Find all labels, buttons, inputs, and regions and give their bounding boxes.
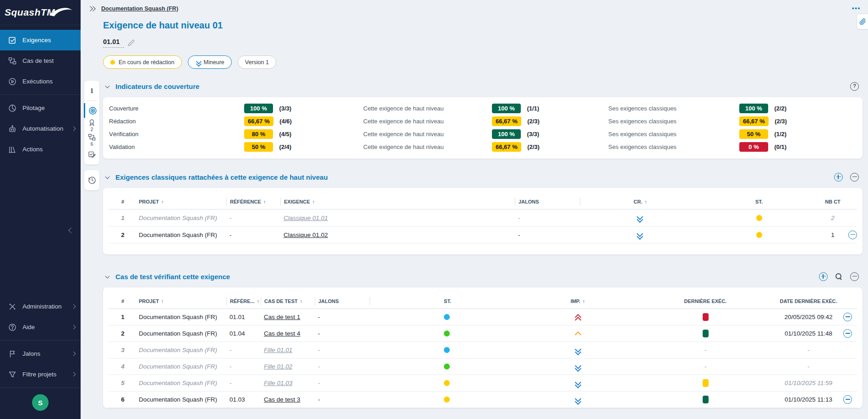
- detach-row-button[interactable]: [848, 231, 857, 239]
- search-icon[interactable]: [835, 273, 843, 281]
- review-anchor-button[interactable]: [84, 147, 99, 162]
- test-case-link[interactable]: Cas de test 3: [264, 396, 300, 403]
- detach-test-case-button[interactable]: [850, 272, 859, 281]
- app-logo[interactable]: SquashTM: [0, 0, 81, 25]
- column-header-status[interactable]: ST.: [699, 199, 819, 204]
- collapse-section-icon[interactable]: [105, 83, 110, 88]
- criticality-badge[interactable]: Mineure: [188, 55, 232, 69]
- column-header-reference[interactable]: RÉFÉRE...: [226, 297, 261, 305]
- sidebar-item-cas-de-test[interactable]: Cas de test: [0, 50, 81, 71]
- column-header-criticality[interactable]: CR.: [580, 198, 699, 206]
- status-badge[interactable]: En cours de rédaction: [103, 55, 182, 69]
- sidebar-item-label: Exigences: [22, 37, 51, 44]
- test-case-link[interactable]: Fille 01.03: [264, 380, 292, 386]
- milestones-cell: -: [515, 232, 580, 238]
- test-case-row[interactable]: 2 Documentation Squash (FR) 01.04 Cas de…: [109, 325, 857, 342]
- expand-tree-button[interactable]: [88, 7, 94, 11]
- more-actions-button[interactable]: ⋯: [852, 6, 861, 11]
- requirement-row[interactable]: 1 Documentation Squash (FR) - Classique …: [109, 210, 857, 226]
- test-case-row[interactable]: 4 Documentation Squash (FR) - Fille 01.0…: [109, 358, 857, 375]
- coverage-anchor-button[interactable]: [84, 103, 100, 118]
- rail-divider: [87, 100, 97, 101]
- column-header-status[interactable]: ST.: [370, 297, 524, 305]
- paperclip-icon: [859, 18, 866, 25]
- test-cases-icon: [8, 56, 17, 66]
- requirement-link[interactable]: Classique 01.01: [284, 215, 328, 221]
- sidebar-item-filtre-projets[interactable]: Filtre projets: [0, 364, 81, 385]
- collapse-section-icon[interactable]: [105, 174, 110, 179]
- column-header-num[interactable]: #: [109, 199, 137, 204]
- history-anchor-button[interactable]: [84, 173, 99, 187]
- column-header-last-exec[interactable]: DERNIÈRE EXÉC.: [632, 298, 779, 304]
- edit-reference-icon[interactable]: [128, 39, 135, 46]
- requirement-link[interactable]: Classique 01.02: [284, 232, 328, 238]
- column-header-requirement[interactable]: EXIGENCE: [280, 198, 515, 206]
- sidebar-item-pilotage[interactable]: Pilotage: [0, 98, 81, 118]
- section-title[interactable]: Exigences classiques rattachées à cette …: [115, 173, 328, 181]
- attach-test-case-button[interactable]: [819, 272, 828, 281]
- column-header-nbct[interactable]: NB CT: [819, 199, 846, 204]
- coverage-percent-badge: 66,67 %: [739, 116, 769, 126]
- milestones-cell: -: [315, 330, 370, 337]
- version-badge[interactable]: Version 1: [238, 55, 276, 69]
- test-case-row[interactable]: 3 Documentation Squash (FR) - Fille 01.0…: [109, 342, 857, 358]
- linked-requirements-section: Exigences classiques rattachées à cette …: [103, 171, 863, 254]
- versions-anchor-button[interactable]: 2: [84, 118, 99, 132]
- row-number: 5: [109, 380, 137, 386]
- column-header-milestones[interactable]: JALONS: [515, 198, 580, 206]
- detach-requirement-button[interactable]: [850, 173, 859, 182]
- test-case-row[interactable]: 1 Documentation Squash (FR) 01.01 Cas de…: [109, 309, 857, 325]
- sidebar-item-jalons[interactable]: Jalons: [0, 343, 81, 364]
- section-title[interactable]: Cas de test vérifiant cette exigence: [115, 273, 230, 281]
- sidebar-item-executions[interactable]: Exécutions: [0, 71, 81, 92]
- test-case-link[interactable]: Cas de test 1: [264, 314, 300, 320]
- section-title[interactable]: Indicateurs de couverture: [115, 83, 199, 90]
- test-case-link[interactable]: Fille 01.02: [264, 363, 292, 370]
- test-case-row[interactable]: 6 Documentation Squash (FR) 01.03 Cas de…: [109, 391, 857, 408]
- column-header-last-exec-date[interactable]: DATE DERNIÈRE EXÉC.: [779, 298, 838, 304]
- column-header-reference[interactable]: RÉFÉRENCE: [226, 198, 280, 206]
- sidebar-item-label: Administration: [22, 303, 62, 310]
- test-cases-anchor-button[interactable]: 6: [84, 132, 99, 147]
- detach-row-button[interactable]: [843, 395, 852, 404]
- attach-requirement-button[interactable]: [834, 173, 843, 182]
- detach-row-button[interactable]: [843, 329, 852, 338]
- coverage-percent-badge: 100 %: [244, 104, 273, 113]
- breadcrumb[interactable]: Documentation Squash (FR): [101, 6, 178, 12]
- sidebar-collapse-button[interactable]: [0, 160, 81, 232]
- reference-cell: -: [226, 347, 261, 353]
- attachments-panel-button[interactable]: [857, 14, 868, 29]
- target-icon: [88, 106, 97, 115]
- criticality-badge-label: Mineure: [204, 59, 224, 66]
- user-avatar[interactable]: S: [32, 394, 49, 411]
- milestones-cell: -: [315, 314, 370, 320]
- column-header-milestones[interactable]: JALONS: [315, 297, 370, 305]
- information-anchor-button[interactable]: i: [84, 83, 99, 98]
- help-circle-icon: [8, 323, 17, 332]
- column-header-importance[interactable]: IMP.: [524, 298, 632, 304]
- test-cases-count: 6: [91, 142, 93, 147]
- collapse-section-icon[interactable]: [105, 274, 110, 278]
- row-number: 1: [109, 314, 137, 320]
- requirement-row[interactable]: 2 Documentation Squash (FR) - Classique …: [109, 226, 857, 243]
- column-header-project[interactable]: PROJET: [137, 199, 226, 204]
- status-dot: [444, 380, 450, 386]
- sidebar-item-aide[interactable]: Aide: [0, 317, 81, 337]
- coverage-scope-label: Cette exigence de haut niveau: [363, 131, 492, 138]
- sidebar-item-actions[interactable]: Actions: [0, 139, 81, 160]
- project-cell: Documentation Squash (FR): [137, 363, 226, 370]
- column-header-project[interactable]: PROJET: [137, 298, 226, 304]
- test-case-row[interactable]: 5 Documentation Squash (FR) - Fille 01.0…: [109, 375, 857, 391]
- test-case-link[interactable]: Cas de test 4: [264, 330, 300, 337]
- project-cell: Documentation Squash (FR): [137, 215, 226, 221]
- sidebar-item-administration[interactable]: Administration: [0, 296, 81, 317]
- row-number: 3: [109, 347, 137, 353]
- test-case-link[interactable]: Fille 01.01: [264, 347, 292, 353]
- detach-row-button[interactable]: [843, 313, 852, 321]
- sidebar-item-automatisation[interactable]: Automatisation: [0, 118, 81, 139]
- column-header-test-case[interactable]: CAS DE TEST: [261, 297, 315, 305]
- reference-field[interactable]: 01.01: [103, 38, 124, 48]
- help-icon[interactable]: [850, 82, 859, 91]
- column-header-num[interactable]: #: [109, 298, 137, 304]
- sidebar-item-exigences[interactable]: Exigences: [0, 30, 81, 50]
